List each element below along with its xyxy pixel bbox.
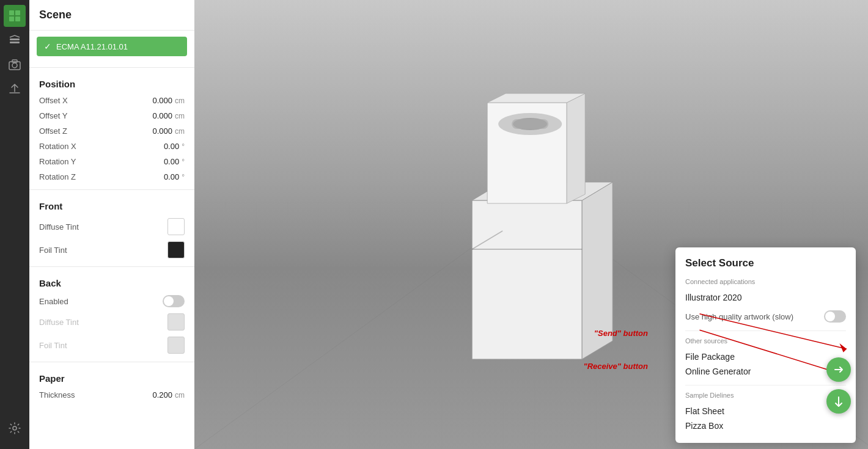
svg-rect-5 — [10, 42, 20, 43]
high-quality-label: Use high quality artwork (slow) — [685, 312, 793, 321]
back-enabled-label: Enabled — [39, 297, 163, 306]
divider-4 — [29, 362, 194, 362]
receive-button[interactable] — [826, 389, 851, 414]
offset-z-label: Offset Z — [39, 126, 152, 136]
thickness-row: Thickness 0.200 cm — [29, 387, 194, 403]
rotation-z-label: Rotation Z — [39, 172, 164, 181]
offset-y-label: Offset Y — [39, 111, 152, 120]
back-diffuse-row: Diffuse Tint — [29, 310, 194, 334]
offset-y-unit: cm — [175, 112, 185, 120]
offset-y-value: 0.000 — [152, 111, 172, 120]
back-diffuse-swatch — [167, 313, 185, 330]
offset-x-value: 0.000 — [152, 96, 172, 105]
package-3d — [423, 66, 631, 371]
grid-icon[interactable] — [4, 5, 26, 27]
high-quality-row: Use high quality artwork (slow) — [685, 308, 846, 324]
front-section-title: Front — [29, 195, 194, 215]
thickness-unit: cm — [175, 391, 185, 400]
check-icon: ✓ — [44, 42, 51, 51]
pizza-box-item[interactable]: Pizza Box — [685, 418, 846, 433]
divider-2 — [29, 189, 194, 190]
rotation-y-value: 0.00 — [164, 157, 179, 166]
svg-rect-3 — [15, 16, 20, 21]
rotation-y-label: Rotation Y — [39, 157, 164, 166]
front-foil-swatch[interactable] — [167, 241, 185, 258]
thickness-label: Thickness — [39, 390, 152, 400]
rotation-z-value: 0.00 — [164, 172, 179, 181]
sample-dielines-label: Sample Dielines — [685, 392, 846, 399]
back-section-title: Back — [29, 272, 194, 292]
back-enabled-toggle[interactable] — [163, 295, 185, 307]
svg-rect-4 — [10, 38, 20, 40]
svg-rect-21 — [512, 119, 548, 129]
paper-section-title: Paper — [29, 367, 194, 387]
select-source-panel: Select Source Connected applications Ill… — [675, 247, 856, 443]
source-divider-1 — [685, 330, 846, 331]
illustrator-item[interactable]: Illustrator 2020 — [685, 290, 846, 305]
icon-bar — [0, 0, 29, 449]
flat-sheet-item[interactable]: Flat Sheet — [685, 404, 846, 418]
offset-x-label: Offset X — [39, 96, 152, 105]
connected-apps-label: Connected applications — [685, 278, 846, 285]
offset-x-row: Offset X 0.000 cm — [29, 93, 194, 108]
front-diffuse-label: Diffuse Tint — [39, 222, 167, 232]
viewport[interactable]: Select Source Connected applications Ill… — [194, 0, 868, 449]
svg-marker-13 — [472, 200, 582, 359]
camera-icon[interactable] — [4, 54, 26, 76]
position-section-title: Position — [29, 73, 194, 93]
svg-rect-1 — [15, 10, 20, 15]
thickness-value: 0.200 — [152, 390, 172, 400]
online-generator-item[interactable]: Online Generator — [685, 364, 846, 379]
send-button[interactable] — [826, 357, 851, 382]
rotation-x-label: Rotation X — [39, 142, 164, 151]
back-foil-row: Foil Tint — [29, 334, 194, 357]
scene-item-label: ECMA A11.21.01.01 — [56, 42, 128, 51]
front-foil-label: Foil Tint — [39, 246, 167, 255]
rotation-x-unit: ° — [182, 142, 185, 151]
offset-x-unit: cm — [175, 97, 185, 105]
rotation-z-row: Rotation Z 0.00 ° — [29, 169, 194, 184]
front-foil-row: Foil Tint — [29, 238, 194, 261]
offset-z-value: 0.000 — [152, 126, 172, 136]
upload-icon[interactable] — [4, 78, 26, 100]
gear-icon[interactable] — [4, 417, 26, 439]
high-quality-toggle[interactable] — [824, 310, 846, 323]
send-annotation: "Send" button — [594, 329, 648, 338]
svg-marker-17 — [567, 93, 585, 203]
divider-1 — [29, 67, 194, 68]
svg-rect-8 — [12, 60, 17, 62]
svg-rect-2 — [9, 16, 14, 21]
back-foil-label: Foil Tint — [39, 341, 167, 350]
file-package-item[interactable]: File Package — [685, 349, 846, 364]
rotation-x-value: 0.00 — [164, 142, 179, 151]
back-enabled-row: Enabled — [29, 292, 194, 310]
back-diffuse-label: Diffuse Tint — [39, 318, 167, 327]
offset-z-row: Offset Z 0.000 cm — [29, 123, 194, 139]
side-panel: Scene ✓ ECMA A11.21.01.01 Position Offse… — [29, 0, 194, 449]
offset-z-unit: cm — [175, 127, 185, 136]
rotation-y-unit: ° — [182, 158, 185, 166]
source-divider-2 — [685, 385, 846, 385]
svg-rect-0 — [9, 10, 14, 15]
rotation-z-unit: ° — [182, 173, 185, 181]
page-title: Scene — [29, 0, 194, 31]
svg-point-7 — [12, 63, 17, 68]
offset-y-row: Offset Y 0.000 cm — [29, 108, 194, 123]
receive-annotation: "Receive" button — [583, 362, 648, 371]
select-source-title: Select Source — [685, 257, 846, 269]
rotation-y-row: Rotation Y 0.00 ° — [29, 154, 194, 169]
back-foil-swatch — [167, 337, 185, 354]
rotation-x-row: Rotation X 0.00 ° — [29, 139, 194, 154]
divider-3 — [29, 266, 194, 267]
front-diffuse-row: Diffuse Tint — [29, 215, 194, 238]
layers-icon[interactable] — [4, 29, 26, 51]
scene-item[interactable]: ✓ ECMA A11.21.01.01 — [37, 37, 187, 56]
front-diffuse-swatch[interactable] — [167, 218, 185, 235]
other-sources-label: Other sources — [685, 337, 846, 345]
svg-point-9 — [13, 426, 17, 430]
